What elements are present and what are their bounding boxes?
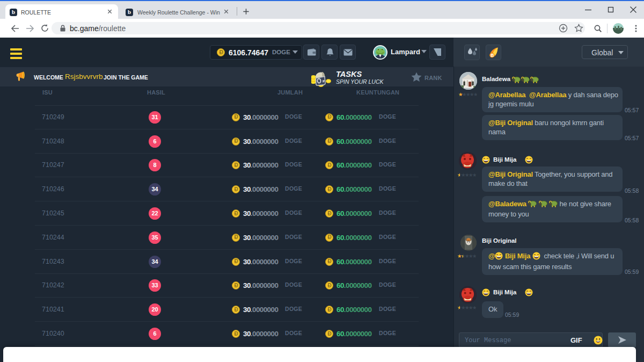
- svg-text:B: B: [491, 53, 494, 58]
